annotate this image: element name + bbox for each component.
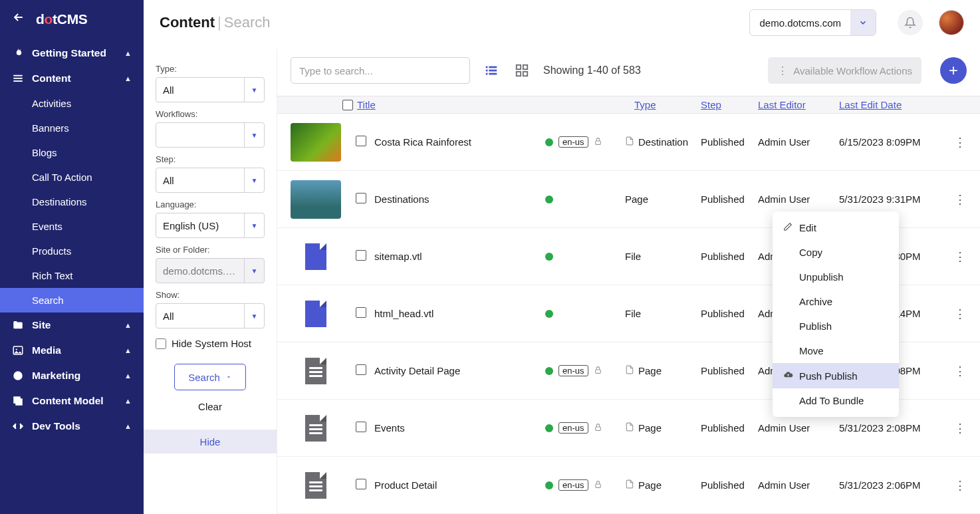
ctx-unpublish[interactable]: Unpublish bbox=[773, 265, 899, 289]
row-date: 5/31/2023 2:06PM bbox=[839, 479, 953, 491]
ctx-publish[interactable]: Publish bbox=[773, 314, 899, 338]
select-all-checkbox[interactable] bbox=[342, 100, 353, 110]
row-type: Page bbox=[625, 422, 701, 434]
table-header: Title Type Step Last Editor Last Edit Da… bbox=[277, 96, 980, 114]
row-menu-button[interactable]: ⋮ bbox=[953, 249, 967, 264]
row-checkbox[interactable] bbox=[356, 193, 366, 203]
notifications-button[interactable] bbox=[898, 10, 923, 35]
list-view-button[interactable] bbox=[482, 61, 501, 80]
nav-content-model[interactable]: Content Model▲ bbox=[0, 388, 144, 414]
col-date[interactable]: Last Edit Date bbox=[839, 99, 902, 110]
row-title: Activity Detail Page bbox=[374, 365, 545, 376]
row-menu-button[interactable]: ⋮ bbox=[953, 307, 967, 321]
row-editor: Admin User bbox=[758, 479, 839, 491]
back-arrow-icon[interactable] bbox=[12, 11, 25, 27]
nav-sub-blogs[interactable]: Blogs bbox=[0, 140, 144, 165]
row-step: Published bbox=[701, 365, 758, 376]
nav-sub-products[interactable]: Products bbox=[0, 239, 144, 263]
filter-folder-select[interactable]: demo.dotcms.com▼ bbox=[156, 258, 265, 283]
file-icon bbox=[291, 409, 341, 448]
row-type: File bbox=[625, 251, 701, 262]
site-selector[interactable]: demo.dotcms.com bbox=[749, 9, 876, 36]
user-avatar[interactable] bbox=[939, 10, 964, 35]
nav-media[interactable]: Media▲ bbox=[0, 338, 144, 363]
nav-getting-started[interactable]: Getting Started▲ bbox=[0, 41, 144, 66]
nav-sub-rich-text[interactable]: Rich Text bbox=[0, 263, 144, 288]
filter-language-select[interactable]: English (US)▼ bbox=[156, 213, 265, 238]
grid-view-button[interactable] bbox=[513, 61, 531, 80]
nav-sub-search[interactable]: Search bbox=[0, 288, 144, 313]
row-checkbox[interactable] bbox=[356, 422, 366, 432]
nav-site[interactable]: Site▲ bbox=[0, 313, 144, 338]
status-dot bbox=[545, 310, 553, 318]
filter-language-label: Language: bbox=[156, 199, 265, 209]
svg-rect-20 bbox=[595, 369, 600, 372]
row-menu-button[interactable]: ⋮ bbox=[953, 478, 967, 493]
row-checkbox[interactable] bbox=[356, 364, 366, 375]
cloud-icon bbox=[783, 370, 794, 382]
row-checkbox[interactable] bbox=[356, 307, 366, 318]
nav-sub-banners[interactable]: Banners bbox=[0, 116, 144, 140]
col-step[interactable]: Step bbox=[701, 99, 721, 110]
row-step: Published bbox=[701, 193, 758, 205]
workflow-actions-button[interactable]: ⋮Available Workflow Actions bbox=[768, 57, 921, 84]
ctx-edit[interactable]: Edit bbox=[773, 215, 899, 240]
nav-sub-destinations[interactable]: Destinations bbox=[0, 190, 144, 214]
row-menu-button[interactable]: ⋮ bbox=[953, 421, 967, 436]
nav-marketing[interactable]: Marketing▲ bbox=[0, 363, 144, 388]
ctx-archive[interactable]: Archive bbox=[773, 289, 899, 314]
svg-rect-15 bbox=[517, 65, 521, 69]
table-row[interactable]: Product Detailen-usPagePublishedAdmin Us… bbox=[277, 457, 980, 514]
col-title[interactable]: Title bbox=[357, 99, 376, 110]
col-type[interactable]: Type bbox=[634, 99, 656, 110]
filter-workflows-select[interactable]: ▼ bbox=[156, 122, 265, 148]
row-menu-button[interactable]: ⋮ bbox=[953, 192, 967, 207]
status-dot bbox=[545, 481, 553, 489]
search-input[interactable]: Type to search... bbox=[291, 57, 470, 84]
menu-icon bbox=[12, 72, 24, 84]
search-button[interactable]: Search bbox=[174, 364, 246, 390]
file-icon bbox=[291, 352, 341, 390]
nav-sub-events[interactable]: Events bbox=[0, 214, 144, 239]
clear-button[interactable]: Clear bbox=[198, 401, 222, 412]
filter-show-select[interactable]: All▼ bbox=[156, 303, 265, 328]
status-dot bbox=[545, 138, 553, 146]
hide-system-host-checkbox[interactable]: Hide System Host bbox=[156, 338, 265, 349]
filter-step-select[interactable]: All▼ bbox=[156, 168, 265, 193]
hide-panel-button[interactable]: Hide bbox=[144, 430, 277, 453]
svg-rect-2 bbox=[13, 80, 23, 82]
doc-icon bbox=[625, 136, 634, 148]
ctx-push-publish[interactable]: Push Publish bbox=[773, 363, 899, 388]
row-checkbox[interactable] bbox=[356, 250, 366, 261]
nav-dev-tools[interactable]: Dev Tools▲ bbox=[0, 414, 144, 439]
row-step: Published bbox=[701, 479, 758, 491]
nav-sub-activities[interactable]: Activities bbox=[0, 91, 144, 116]
svg-rect-14 bbox=[489, 73, 497, 75]
topbar: Content|Search demo.dotcms.com bbox=[144, 0, 980, 49]
table-row[interactable]: Costa Rica Rainforesten-usDestinationPub… bbox=[277, 114, 980, 171]
nav-sub-call-to-action[interactable]: Call To Action bbox=[0, 165, 144, 190]
chevron-up-icon: ▲ bbox=[124, 422, 132, 430]
col-editor[interactable]: Last Editor bbox=[758, 99, 806, 110]
nav-content[interactable]: Content▲ bbox=[0, 66, 144, 91]
lang-badge: en-us bbox=[558, 479, 588, 491]
chevron-up-icon: ▲ bbox=[124, 74, 132, 82]
row-checkbox[interactable] bbox=[356, 479, 366, 489]
chevron-up-icon: ▲ bbox=[124, 346, 132, 354]
layers-icon bbox=[12, 395, 24, 407]
ctx-copy[interactable]: Copy bbox=[773, 240, 899, 265]
row-menu-button[interactable]: ⋮ bbox=[953, 364, 967, 378]
add-content-button[interactable]: + bbox=[940, 57, 967, 84]
filter-workflows-label: Workflows: bbox=[156, 109, 265, 119]
filter-type-select[interactable]: All▼ bbox=[156, 77, 265, 102]
row-menu-button[interactable]: ⋮ bbox=[953, 135, 967, 150]
row-type: Destination bbox=[625, 136, 701, 148]
chevron-down-icon bbox=[850, 10, 876, 35]
ctx-add-to-bundle[interactable]: Add To Bundle bbox=[773, 388, 899, 413]
sidebar: dotCMS Getting Started▲Content▲Activitie… bbox=[0, 0, 144, 514]
row-checkbox[interactable] bbox=[356, 136, 366, 146]
row-editor: Admin User bbox=[758, 193, 839, 205]
row-date: 5/31/2023 2:08PM bbox=[839, 422, 953, 434]
thumbnail bbox=[291, 180, 341, 219]
ctx-move[interactable]: Move bbox=[773, 338, 899, 363]
